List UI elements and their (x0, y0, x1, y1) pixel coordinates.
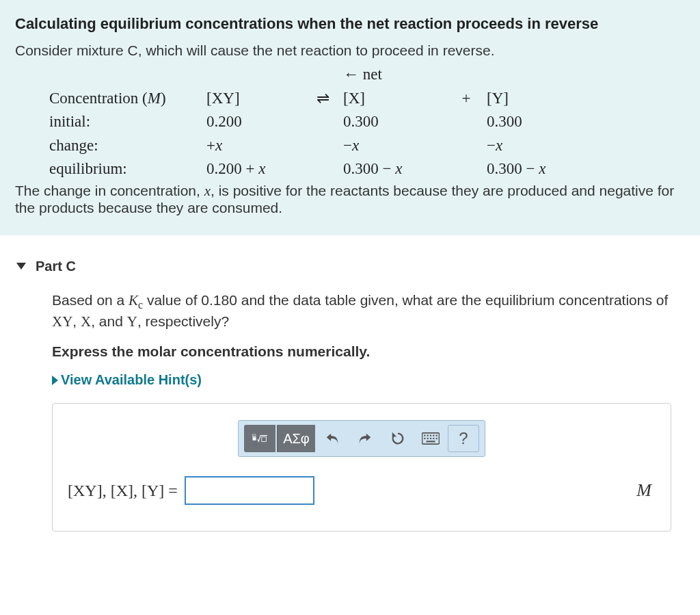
ice-change-row: change: +x −x −x (49, 134, 685, 158)
svg-rect-10 (424, 438, 425, 439)
equil-arrow: ⇌ (302, 87, 343, 111)
question-text: Based on a Kc value of 0.180 and the dat… (52, 291, 671, 332)
svg-rect-7 (430, 435, 431, 436)
info-subtitle: Consider mixture C, which will cause the… (15, 42, 685, 59)
part-c-section: Part C Based on a Kc value of 0.180 and … (0, 235, 700, 549)
svg-rect-0 (253, 438, 256, 441)
keyboard-button[interactable] (415, 425, 446, 452)
greek-button[interactable]: ΑΣφ (277, 425, 315, 452)
help-button[interactable]: ? (448, 425, 479, 452)
svg-rect-9 (435, 435, 437, 436)
reset-icon (390, 431, 405, 446)
equil-xy: 0.200 + x (206, 157, 302, 181)
toolbar-row: ΑΣφ ? (68, 420, 656, 457)
equil-y: 0.300 − x (487, 157, 589, 181)
fraction-root-icon (252, 431, 267, 446)
svg-rect-5 (424, 435, 425, 436)
answer-label: [XY], [X], [Y] = (68, 482, 178, 500)
caret-right-icon (52, 376, 58, 385)
q-prefix: Based on a (52, 292, 129, 308)
part-c-body: Based on a Kc value of 0.180 and the dat… (16, 291, 684, 532)
svg-rect-14 (435, 438, 437, 439)
undo-button[interactable] (317, 425, 348, 452)
net-arrow-label: ← net (343, 63, 446, 87)
col-xy: [XY] (206, 87, 302, 111)
answer-input[interactable] (185, 476, 314, 505)
ice-equil-row: equilibrium: 0.200 + x 0.300 − x 0.300 −… (49, 157, 685, 181)
change-xy: +x (206, 134, 302, 158)
ice-table: ← net Concentration (M) [XY] ⇌ [X] + [Y]… (15, 63, 685, 181)
templates-button[interactable] (244, 425, 275, 452)
unit-label: M (636, 480, 656, 501)
svg-rect-1 (253, 434, 256, 436)
q-x: X (81, 313, 91, 330)
view-hints-link[interactable]: View Available Hint(s) (52, 372, 202, 388)
svg-rect-6 (427, 435, 428, 436)
initial-xy: 0.200 (206, 110, 302, 134)
info-footer: The change in concentration, x, is posit… (15, 183, 685, 216)
hints-label: View Available Hint(s) (61, 372, 202, 388)
q-and: , and (91, 313, 127, 329)
keyboard-icon (422, 432, 440, 445)
svg-rect-12 (430, 438, 431, 439)
kc-symbol: Kc (129, 292, 143, 309)
initial-x: 0.300 (343, 110, 446, 134)
answer-line: [XY], [X], [Y] = M (68, 476, 656, 505)
redo-button[interactable] (349, 425, 381, 452)
ice-header-row: Concentration (M) [XY] ⇌ [X] + [Y] (49, 87, 685, 111)
net-label-row: ← net (49, 63, 685, 87)
plus-sign: + (446, 87, 487, 111)
col-y: [Y] (487, 87, 589, 111)
reset-button[interactable] (382, 425, 414, 452)
change-x: −x (343, 134, 446, 158)
q-mid: value of 0.180 and the data table given,… (143, 292, 668, 308)
initial-y: 0.300 (487, 110, 589, 134)
col-x: [X] (343, 87, 446, 111)
change-y: −x (487, 134, 589, 158)
info-title: Calculating equilibrium concentrations w… (15, 15, 685, 33)
concentration-header: Concentration (M) (49, 87, 206, 111)
caret-down-icon (16, 263, 26, 270)
svg-rect-8 (433, 435, 434, 436)
q-suffix: , respectively? (137, 313, 229, 329)
svg-rect-11 (427, 438, 428, 439)
part-c-label: Part C (36, 259, 76, 274)
info-box: Calculating equilibrium concentrations w… (0, 0, 700, 235)
change-label: change: (49, 134, 206, 158)
q-y: Y (127, 313, 137, 330)
svg-rect-13 (433, 438, 434, 439)
equil-label: equilibrium: (49, 157, 206, 181)
equil-x: 0.300 − x (343, 157, 446, 181)
svg-rect-3 (262, 437, 267, 442)
svg-rect-15 (426, 441, 435, 443)
part-c-header[interactable]: Part C (16, 259, 684, 274)
instruction: Express the molar concentrations numeric… (52, 343, 671, 360)
answer-box: ΑΣφ ? [XY], [X], [ (52, 403, 671, 532)
equation-toolbar: ΑΣφ ? (238, 420, 485, 457)
ice-initial-row: initial: 0.200 0.300 0.300 (49, 110, 685, 134)
initial-label: initial: (49, 110, 206, 134)
q-xy: XY (52, 313, 72, 330)
redo-icon (358, 431, 373, 446)
undo-icon (325, 431, 340, 446)
